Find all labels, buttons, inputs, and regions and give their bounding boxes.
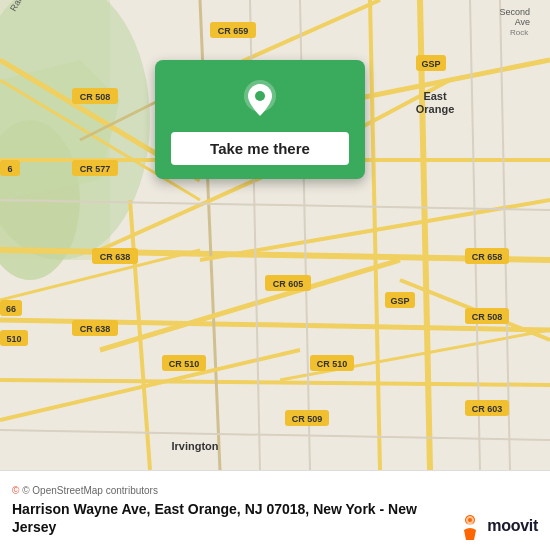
svg-text:Ave: Ave (515, 17, 530, 27)
location-card: Take me there (155, 60, 365, 179)
svg-text:CR 510: CR 510 (169, 359, 200, 369)
svg-text:CR 510: CR 510 (317, 359, 348, 369)
svg-text:CR 508: CR 508 (80, 92, 111, 102)
svg-text:Irvington: Irvington (171, 440, 218, 452)
svg-text:510: 510 (6, 334, 21, 344)
svg-text:CR 603: CR 603 (472, 404, 503, 414)
copyright-symbol: © (12, 485, 19, 496)
svg-text:Rock: Rock (510, 28, 529, 37)
svg-text:66: 66 (6, 304, 16, 314)
bottom-bar: © © OpenStreetMap contributors Harrison … (0, 470, 550, 550)
svg-text:CR 638: CR 638 (100, 252, 131, 262)
svg-text:CR 509: CR 509 (292, 414, 323, 424)
svg-text:Orange: Orange (416, 103, 455, 115)
moovit-logo: moovit (456, 512, 538, 540)
take-me-there-button[interactable]: Take me there (171, 132, 349, 165)
svg-text:CR 577: CR 577 (80, 164, 111, 174)
map-pin-icon (238, 78, 282, 122)
moovit-logo-icon (456, 512, 484, 540)
map-container: CR 659 CR 508 CR 577 CR 638 CR 605 CR 63… (0, 0, 550, 470)
svg-text:GSP: GSP (390, 296, 409, 306)
svg-point-76 (468, 518, 472, 522)
attribution-text: © OpenStreetMap contributors (22, 485, 158, 496)
svg-text:GSP: GSP (421, 59, 440, 69)
svg-text:CR 508: CR 508 (472, 312, 503, 322)
moovit-brand-text: moovit (487, 517, 538, 535)
svg-text:CR 659: CR 659 (218, 26, 249, 36)
svg-text:CR 638: CR 638 (80, 324, 111, 334)
map-attribution: © © OpenStreetMap contributors (12, 485, 538, 496)
svg-text:CR 605: CR 605 (273, 279, 304, 289)
svg-text:CR 658: CR 658 (472, 252, 503, 262)
svg-text:6: 6 (7, 164, 12, 174)
svg-text:Second: Second (499, 7, 530, 17)
svg-point-74 (255, 91, 265, 101)
svg-text:East: East (423, 90, 447, 102)
